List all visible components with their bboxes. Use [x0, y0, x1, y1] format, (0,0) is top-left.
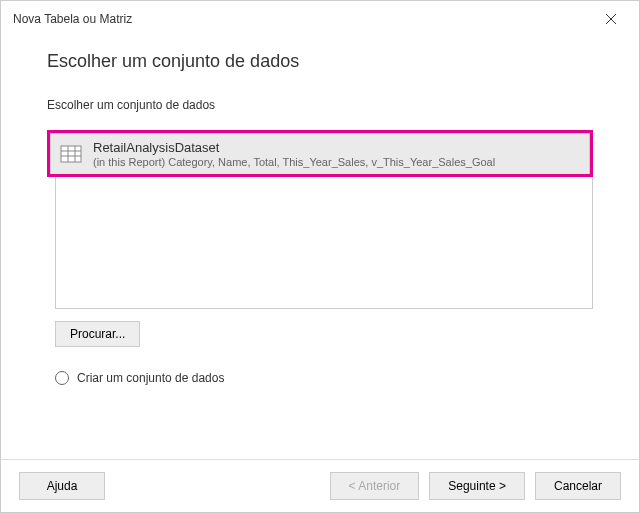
- page-heading: Escolher um conjunto de dados: [47, 51, 593, 72]
- window-title: Nova Tabela ou Matriz: [13, 12, 132, 26]
- dataset-listbox[interactable]: RetailAnalysisDataset (in this Report) C…: [50, 133, 590, 174]
- radio-icon: [55, 371, 69, 385]
- next-button[interactable]: Seguinte >: [429, 472, 525, 500]
- dialog-content: Escolher um conjunto de dados Escolher u…: [1, 33, 639, 385]
- dataset-item[interactable]: RetailAnalysisDataset (in this Report) C…: [51, 134, 589, 174]
- help-button[interactable]: Ajuda: [19, 472, 105, 500]
- dataset-name: RetailAnalysisDataset: [93, 140, 495, 155]
- svg-rect-2: [61, 146, 81, 162]
- table-icon: [59, 142, 83, 166]
- cancel-button[interactable]: Cancelar: [535, 472, 621, 500]
- create-dataset-label: Criar um conjunto de dados: [77, 371, 224, 385]
- back-button: < Anterior: [330, 472, 420, 500]
- close-icon: [606, 14, 616, 24]
- dataset-text: RetailAnalysisDataset (in this Report) C…: [93, 140, 495, 168]
- titlebar: Nova Tabela ou Matriz: [1, 1, 639, 33]
- dataset-listbox-empty[interactable]: [55, 177, 593, 309]
- close-button[interactable]: [595, 7, 627, 31]
- dataset-fields: (in this Report) Category, Name, Total, …: [93, 156, 495, 168]
- create-dataset-option[interactable]: Criar um conjunto de dados: [55, 371, 593, 385]
- browse-button[interactable]: Procurar...: [55, 321, 140, 347]
- section-label: Escolher um conjunto de dados: [47, 98, 593, 112]
- button-bar: Ajuda < Anterior Seguinte > Cancelar: [1, 459, 639, 512]
- highlight-annotation: RetailAnalysisDataset (in this Report) C…: [47, 130, 593, 177]
